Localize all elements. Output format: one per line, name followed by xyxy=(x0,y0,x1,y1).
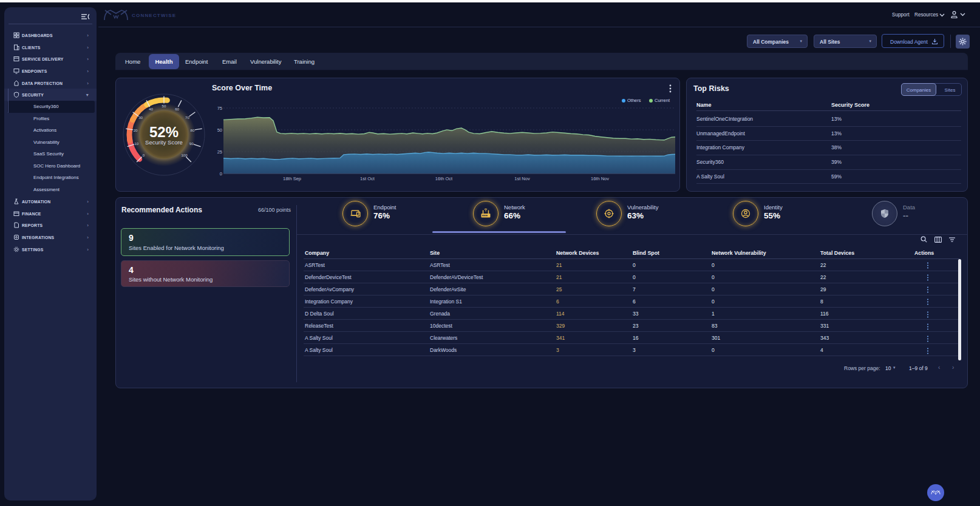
svg-text:50: 50 xyxy=(217,127,222,133)
svg-text:90: 90 xyxy=(189,141,194,146)
svg-text:80: 80 xyxy=(190,128,194,132)
svg-text:18th Sep: 18th Sep xyxy=(283,176,301,181)
svg-text:0: 0 xyxy=(143,153,145,157)
svg-text:30: 30 xyxy=(138,115,143,120)
svg-text:75: 75 xyxy=(217,106,222,111)
svg-text:1st Oct: 1st Oct xyxy=(360,176,375,181)
svg-text:10: 10 xyxy=(134,141,138,146)
svg-text:25: 25 xyxy=(217,149,222,155)
svg-text:52%: 52% xyxy=(149,124,179,140)
svg-text:1st Nov: 1st Nov xyxy=(514,176,530,181)
svg-text:Security Score: Security Score xyxy=(145,139,183,146)
svg-text:20: 20 xyxy=(134,128,138,132)
svg-text:40: 40 xyxy=(149,107,153,111)
svg-text:60: 60 xyxy=(175,107,179,111)
svg-text:CONNECTWISE: CONNECTWISE xyxy=(132,13,176,18)
svg-text:0: 0 xyxy=(220,171,222,177)
svg-text:70: 70 xyxy=(185,115,189,120)
svg-text:100: 100 xyxy=(181,153,188,157)
svg-text:16th Oct: 16th Oct xyxy=(435,176,453,181)
svg-text:16th Nov: 16th Nov xyxy=(591,176,609,181)
svg-text:50: 50 xyxy=(162,104,166,108)
